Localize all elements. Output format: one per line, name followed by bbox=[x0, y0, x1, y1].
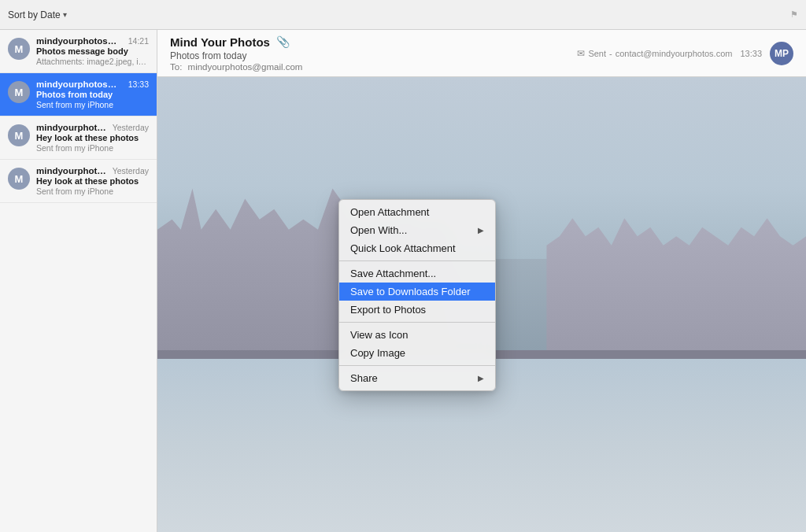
mail-sender-1: mindyourphotos@gmail.... bbox=[36, 79, 123, 89]
menu-item-label-5: Export to Photos bbox=[350, 304, 426, 316]
top-bar-actions: ⚑ bbox=[790, 9, 798, 20]
sent-info: ✉ Sent - contact@mindyourphotos.com bbox=[577, 48, 732, 59]
attachment-icon: 📎 bbox=[276, 35, 290, 48]
mail-item-1[interactable]: Mmindyourphotos@gmail....13:33Photos fro… bbox=[0, 73, 157, 116]
mail-time-1: 13:33 bbox=[128, 79, 149, 89]
email-time: 13:33 bbox=[740, 49, 762, 58]
main-layout: Mmindyourphotos@gmail.c...14:21Photos me… bbox=[0, 30, 806, 532]
mail-sender-0: mindyourphotos@gmail.c... bbox=[36, 36, 123, 46]
mail-content-0: mindyourphotos@gmail.c...14:21Photos mes… bbox=[36, 36, 149, 66]
context-menu-item-0[interactable]: Open Attachment bbox=[339, 203, 495, 221]
avatar-0: M bbox=[8, 38, 30, 60]
email-to-label: To: bbox=[170, 62, 182, 72]
mail-preview-1: Sent from my iPhone bbox=[36, 100, 149, 109]
menu-divider-2 bbox=[339, 260, 495, 261]
sort-chevron-icon: ▾ bbox=[63, 10, 67, 19]
context-menu-item-1[interactable]: Open With...▶ bbox=[339, 221, 495, 239]
menu-item-label-0: Open Attachment bbox=[350, 206, 429, 218]
flag-icon[interactable]: ⚑ bbox=[790, 9, 798, 20]
context-menu-item-4[interactable]: Save to Downloads Folder bbox=[339, 283, 495, 301]
envelope-icon: ✉ bbox=[577, 48, 585, 59]
sidebar: Mmindyourphotos@gmail.c...14:21Photos me… bbox=[0, 30, 157, 532]
sent-email: contact@mindyourphotos.com bbox=[616, 49, 733, 58]
menu-item-label-8: Share bbox=[350, 372, 378, 384]
sort-by-label: Sort by Date bbox=[8, 9, 61, 20]
mail-item-2[interactable]: Mmindyourphotos@ya...YesterdayHey look a… bbox=[0, 116, 157, 160]
mail-preview-3: Sent from my iPhone bbox=[36, 187, 149, 196]
email-header-right: ✉ Sent - contact@mindyourphotos.com 13:3… bbox=[577, 42, 793, 65]
context-menu-item-2[interactable]: Quick Look Attachment bbox=[339, 239, 495, 257]
mail-sender-3: mindyourphotos@ya... bbox=[36, 166, 109, 175]
content-area: Mind Your Photos 📎 Photos from today To:… bbox=[157, 30, 806, 532]
mail-item-0[interactable]: Mmindyourphotos@gmail.c...14:21Photos me… bbox=[0, 30, 157, 73]
email-to-address: mindyourphotos@gmail.com bbox=[188, 62, 303, 72]
mail-content-3: mindyourphotos@ya...YesterdayHey look at… bbox=[36, 166, 149, 196]
avatar-2: M bbox=[8, 124, 30, 146]
email-to-row: To: mindyourphotos@gmail.com bbox=[170, 62, 577, 72]
top-bar: Sort by Date ▾ ⚑ bbox=[0, 0, 806, 30]
email-subject: Photos from today bbox=[170, 50, 577, 61]
mail-sender-2: mindyourphotos@ya... bbox=[36, 123, 109, 132]
context-menu-item-3[interactable]: Save Attachment... bbox=[339, 264, 495, 283]
mail-time-0: 14:21 bbox=[128, 36, 149, 46]
mail-preview-0: Attachments: image2.jpeg, image1.jpeg bbox=[36, 57, 149, 66]
submenu-arrow-8: ▶ bbox=[478, 374, 484, 382]
mail-time-3: Yesterday bbox=[113, 166, 149, 175]
mail-preview-2: Sent from my iPhone bbox=[36, 143, 149, 153]
context-menu-item-6[interactable]: View as Icon bbox=[339, 326, 495, 344]
email-title: Mind Your Photos bbox=[170, 35, 270, 49]
context-menu-item-7[interactable]: Copy Image bbox=[339, 344, 495, 362]
sort-by-button[interactable]: Sort by Date ▾ bbox=[8, 9, 67, 20]
context-menu-item-8[interactable]: Share▶ bbox=[339, 369, 495, 387]
context-menu: Open AttachmentOpen With...▶Quick Look A… bbox=[338, 199, 496, 391]
email-header-left: Mind Your Photos 📎 Photos from today To:… bbox=[170, 35, 577, 72]
mail-subject-0: Photos message body bbox=[36, 46, 149, 56]
menu-item-label-4: Save to Downloads Folder bbox=[350, 286, 470, 297]
menu-item-label-3: Save Attachment... bbox=[350, 268, 436, 279]
image-area: Open AttachmentOpen With...▶Quick Look A… bbox=[157, 77, 806, 532]
mail-subject-1: Photos from today bbox=[36, 90, 149, 99]
avatar-3: M bbox=[8, 168, 30, 190]
submenu-arrow-1: ▶ bbox=[478, 226, 484, 235]
email-header: Mind Your Photos 📎 Photos from today To:… bbox=[157, 30, 806, 77]
mail-content-1: mindyourphotos@gmail....13:33Photos from… bbox=[36, 79, 149, 109]
menu-item-label-1: Open With... bbox=[350, 224, 407, 236]
sent-label: Sent bbox=[588, 49, 606, 58]
mail-subject-2: Hey look at these photos bbox=[36, 133, 149, 142]
mail-item-3[interactable]: Mmindyourphotos@ya...YesterdayHey look a… bbox=[0, 160, 157, 203]
menu-item-label-7: Copy Image bbox=[350, 347, 405, 359]
menu-item-label-2: Quick Look Attachment bbox=[350, 242, 456, 254]
menu-divider-7 bbox=[339, 365, 495, 366]
mail-subject-3: Hey look at these photos bbox=[36, 176, 149, 186]
avatar: MP bbox=[770, 42, 793, 65]
menu-item-label-6: View as Icon bbox=[350, 329, 408, 341]
sent-dash: - bbox=[609, 49, 612, 58]
avatar-label: MP bbox=[775, 48, 789, 59]
avatar-1: M bbox=[8, 81, 30, 103]
mail-time-2: Yesterday bbox=[113, 123, 149, 132]
menu-divider-5 bbox=[339, 322, 495, 323]
context-menu-item-5[interactable]: Export to Photos bbox=[339, 301, 495, 319]
mail-content-2: mindyourphotos@ya...YesterdayHey look at… bbox=[36, 123, 149, 153]
